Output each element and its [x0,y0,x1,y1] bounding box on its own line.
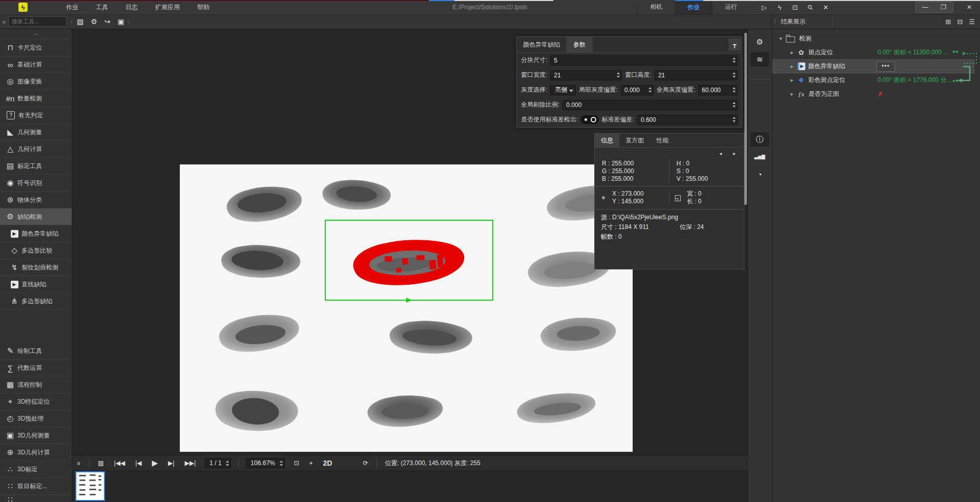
spinner[interactable] [649,86,652,95]
center-view-icon[interactable]: ⌖ [304,459,318,467]
scroll-up-icon[interactable]: ︿ [0,29,72,39]
tab-params[interactable]: 参数 [566,37,593,52]
menu-item[interactable]: 日志 [117,0,147,14]
maximize-button[interactable]: ❐ [934,2,953,12]
sidebar-tool-item[interactable]: ⊛ 物体分类 [0,192,72,208]
histogram-icon[interactable]: ▃▅▇ [750,150,769,164]
image-canvas[interactable]: 颜色异常缺陷 参数 ┳ 分块尺寸: 5 窗口宽度: 21 [72,29,747,502]
prev-arrow-icon[interactable]: ◂ [719,151,722,156]
tree-view-icon[interactable]: ⊟ [957,18,963,26]
fit-view-icon[interactable]: ⊡ [289,459,304,467]
sidebar-tool-item[interactable]: ▶ 颜色异常缺陷 [0,225,72,242]
save-all-icon[interactable]: ⊡ [789,2,801,13]
quick-run-icon[interactable]: ϟ [774,2,785,13]
sidebar-tool-item[interactable]: ∴ 3D标定 [0,461,72,478]
caret-icon[interactable]: ▾ [777,35,785,42]
local-gray-offset-input[interactable]: 0.000 [621,85,654,95]
global-reject-ratio-input[interactable]: 0.000 [562,100,738,110]
clean-icon[interactable]: ✕ [820,2,831,13]
gray-select-dropdown[interactable]: 亮侧 [550,85,576,95]
sidebar-tool-item[interactable]: #n 数量检测 [0,90,72,107]
search-input[interactable] [8,16,67,27]
save-icon[interactable]: ▣ [118,17,124,26]
collapse-toolbar-icon[interactable]: » [75,461,83,465]
sidebar-tool-item[interactable]: ▣ 3D几何测量 [0,427,72,444]
sidebar-tool-item[interactable]: ◣ 几何测量 [0,124,72,141]
mode-tab[interactable]: 作业 [675,0,712,14]
menu-item[interactable]: 扩展应用 [147,0,189,14]
spinner[interactable] [226,458,229,468]
spinner[interactable] [617,71,620,80]
sidebar-tool-item[interactable]: ⋔ 多边形缺陷 [0,293,72,310]
first-frame-icon[interactable]: |◀◀ [109,459,131,467]
std-dev-toggle[interactable] [581,115,598,124]
zoom-level[interactable]: 106.67% [246,458,284,468]
mode-tab[interactable]: 运行 [712,0,749,14]
sidebar-tool-item[interactable]: ∷ 双目标定... [0,478,72,495]
inspection-image[interactable] [180,164,633,452]
gauge-icon[interactable]: ◔ [750,167,769,181]
sidebar-tool-item[interactable]: ▦ 流程控制 [0,376,72,393]
sidebar-tool-item[interactable]: ∷ [0,495,72,501]
image-source-icon[interactable]: ▨ [77,17,84,26]
global-search-icon[interactable]: ⚲ [806,3,815,11]
settings-gear-icon[interactable]: ⚙ [91,17,97,26]
sidebar-tool-item[interactable]: ◉ 符号识别 [0,175,72,192]
sidebar-tool-item[interactable]: ⚙ 缺陷检测 [0,208,72,225]
panel-drag-handle[interactable]: ⁞ [774,18,776,25]
refresh-loop-icon[interactable]: ⟳ [358,459,373,467]
node-menu-button[interactable]: ••• [877,61,895,72]
wrench-icon[interactable]: ⚙ [750,35,769,49]
info-tab[interactable]: 信息 [595,134,619,147]
spinner[interactable] [280,458,283,468]
sidebar-tool-item[interactable]: ⌖ 3D特征定位 [0,393,72,410]
info-icon[interactable]: ⓘ [750,132,769,147]
export-icon[interactable]: ↪ [105,17,111,26]
menu-item[interactable]: 帮助 [189,0,218,14]
panel-menu-icon[interactable]: ☰ [969,18,975,26]
sidebar-tool-item[interactable]: ◇ 多边形比较 [0,242,72,259]
sidebar-tool-item[interactable]: ▤ 标定工具 [0,158,72,175]
tree-row[interactable]: ▸ ▶ 颜色异常缺陷 ••• [773,59,974,73]
collapse-sidebar-icon[interactable]: « [0,18,8,26]
sidebar-tool-item[interactable]: ▶ 直线缺陷 [0,276,72,293]
run-icon[interactable]: ▷ [759,2,770,13]
next-frame-icon[interactable]: ▶| [163,459,179,467]
global-gray-offset-input[interactable]: 60.000 [698,85,738,95]
caret-icon[interactable]: ▸ [788,77,796,83]
spinner[interactable] [733,56,736,65]
play-icon[interactable]: ▶ [147,458,163,468]
sidebar-tool-item[interactable]: ⊓ 卡尺定位 [0,39,72,56]
info-tab[interactable]: 性能 [650,134,675,147]
caret-icon[interactable]: ▸ [788,49,796,56]
sidebar-tool-item[interactable]: ? 有无判定 [0,107,72,124]
menu-item[interactable]: 作业 [57,0,87,14]
next-arrow-icon[interactable]: ▸ [733,151,736,156]
add-result-icon[interactable]: ⊞ [946,18,951,26]
2d-mode-button[interactable]: 2D [318,459,338,467]
spinner[interactable] [733,100,736,110]
caret-icon[interactable]: ▸ [788,63,796,70]
mode-tab[interactable]: 相机 [637,0,675,14]
sidebar-tool-item[interactable]: ◴ 3D预处理 [0,410,72,427]
sidebar-tool-item[interactable]: ✎ 绘制工具 [0,343,72,360]
sidebar-tool-item[interactable]: ⊕ 3D几何计算 [0,444,72,461]
spinner[interactable] [733,86,736,95]
sidebar-tool-item[interactable]: ∞ 基础计算 [0,56,72,73]
info-tab[interactable]: 直方图 [619,134,650,147]
close-button[interactable]: ✕ [958,1,980,13]
frame-counter[interactable]: 1 / 1 [205,458,231,468]
window-width-input[interactable]: 21 [550,70,622,80]
image-list-icon[interactable]: ▨ [93,459,109,467]
sliders-icon[interactable]: ≋ [750,52,769,67]
block-size-input[interactable]: 5 [550,55,738,66]
sidebar-tool-item[interactable]: ◎ 图像变换 [0,73,72,90]
minimize-button[interactable]: — [916,2,934,12]
spinner[interactable] [733,115,736,124]
sidebar-tool-item[interactable]: ∑ 代数运算 [0,360,72,376]
navigator-thumbnail[interactable] [75,471,105,501]
prev-frame-icon[interactable]: |◀ [130,459,147,467]
window-height-input[interactable]: 21 [655,70,738,80]
canvas-scrollbar[interactable] [744,33,747,205]
caret-icon[interactable]: ▸ [788,91,796,97]
